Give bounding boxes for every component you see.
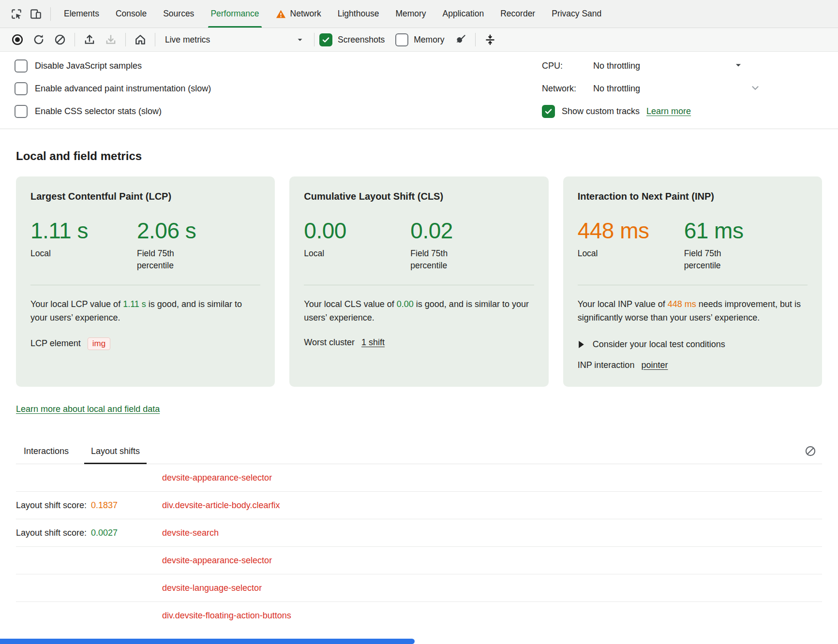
cls-description: Your local CLS value of 0.00 is good, an… [304, 298, 534, 325]
clear-button[interactable] [50, 30, 70, 49]
node-link[interactable]: devsite-appearance-selector [162, 473, 272, 483]
divider [155, 33, 155, 46]
lcp-element-node-link[interactable]: img [88, 337, 110, 350]
divider [125, 33, 126, 46]
tab-layout-shifts[interactable]: Layout shifts [91, 446, 140, 464]
lcp-description: Your local LCP value of 1.11 s is good, … [30, 298, 260, 325]
node-link[interactable]: devsite-language-selector [162, 583, 262, 593]
layout-shift-row[interactable]: devsite-appearance-selector [16, 547, 822, 574]
tab-memory[interactable]: Memory [387, 0, 434, 28]
devtools-tabbar: Elements Console Sources Performance Net… [0, 0, 838, 28]
inspect-element-icon[interactable] [7, 4, 26, 24]
tab-console[interactable]: Console [107, 0, 155, 28]
inp-interaction-link[interactable]: pointer [641, 360, 668, 370]
horizontal-scrollbar[interactable] [0, 639, 415, 644]
divider [30, 285, 260, 285]
node-link[interactable]: devsite-appearance-selector [162, 556, 272, 566]
cls-card-title: Cumulative Layout Shift (CLS) [304, 191, 534, 202]
layout-shift-row[interactable]: devsite-appearance-selector [16, 464, 822, 492]
inp-field-label: Field 75th percentile [684, 248, 749, 271]
inp-local-label: Local [578, 248, 643, 260]
memory-checkbox[interactable] [395, 33, 408, 46]
network-throttling-row: Network: No throttling [542, 77, 838, 100]
lcp-card: Largest Contentful Paint (LCP) 1.11 s Lo… [16, 176, 275, 387]
tab-application[interactable]: Application [434, 0, 493, 28]
tab-network[interactable]: Network [268, 0, 329, 28]
cls-desc-value: 0.00 [397, 299, 414, 309]
layout-shift-row[interactable]: Layout shift score: 0.1837 div.devsite-a… [16, 492, 822, 519]
inp-description: Your local INP value of 448 ms needs imp… [578, 298, 808, 325]
capture-settings-pane: Disable JavaScript samples Enable advanc… [0, 52, 838, 129]
tab-label: Layout shifts [91, 446, 140, 456]
advanced-paint-checkbox[interactable] [15, 82, 28, 95]
collect-garbage-icon[interactable] [451, 30, 470, 49]
custom-tracks-learn-more-link[interactable]: Learn more [646, 106, 691, 117]
disable-js-samples-checkbox[interactable] [15, 59, 28, 73]
divider [578, 285, 808, 285]
chevron-down-icon[interactable] [733, 60, 743, 72]
tab-label: Sources [163, 9, 194, 19]
performance-toolbar: Live metrics Screenshots Memory [0, 28, 838, 52]
cpu-label: CPU: [542, 61, 593, 71]
css-selector-stats-checkbox[interactable] [15, 105, 28, 118]
worst-cluster-link[interactable]: 1 shift [361, 337, 385, 348]
reload-record-button[interactable] [29, 30, 48, 49]
tab-elements[interactable]: Elements [56, 0, 107, 28]
screenshots-checkbox[interactable] [319, 33, 332, 46]
tab-recorder[interactable]: Recorder [492, 0, 543, 28]
capture-settings-right: CPU: No throttling Network: No throttlin… [542, 55, 838, 123]
local-field-learn-more-link[interactable]: Learn more about local and field data [16, 404, 160, 414]
local-test-conditions-disclosure[interactable]: Consider your local test conditions [578, 339, 808, 350]
divider [304, 285, 534, 285]
tab-lighthouse[interactable]: Lighthouse [329, 0, 388, 28]
cls-field-value: 0.02 [410, 218, 517, 244]
tab-label: Memory [395, 9, 426, 19]
tab-performance[interactable]: Performance [202, 0, 267, 28]
css-selector-stats-label: Enable CSS selector stats (slow) [35, 106, 162, 117]
divider [50, 7, 51, 21]
tab-label: Console [116, 9, 147, 19]
screenshots-checkbox-row[interactable]: Screenshots [319, 33, 385, 46]
layout-shift-row[interactable]: div.devsite-floating-action-buttons [16, 602, 822, 629]
clear-log-icon[interactable] [801, 441, 820, 461]
chevron-down-icon[interactable] [750, 82, 761, 95]
record-button[interactable] [8, 30, 27, 49]
cls-card: Cumulative Layout Shift (CLS) 0.00 Local… [289, 176, 548, 387]
metric-cards: Largest Contentful Paint (LCP) 1.11 s Lo… [16, 176, 822, 387]
network-throttling-select[interactable]: No throttling [593, 84, 640, 94]
tab-sources[interactable]: Sources [155, 0, 202, 28]
inp-interaction-label: INP interaction [578, 360, 635, 370]
tab-label: Lighthouse [338, 9, 379, 19]
score-label: Layout shift score: [16, 528, 87, 538]
node-link[interactable]: div.devsite-article-body.clearfix [162, 500, 280, 511]
memory-checkbox-row[interactable]: Memory [395, 33, 444, 46]
device-toolbar-icon[interactable] [26, 4, 45, 24]
cpu-throttling-row: CPU: No throttling [542, 55, 838, 77]
log-tabs: Interactions Layout shifts [16, 441, 822, 464]
score-col: Layout shift score: 0.1837 [16, 500, 162, 511]
layout-shift-row[interactable]: Layout shift score: 0.0027 devsite-searc… [16, 519, 822, 547]
layout-shift-row[interactable]: devsite-language-selector [16, 574, 822, 602]
show-custom-tracks-checkbox[interactable] [542, 105, 555, 118]
capture-settings-toggle-icon[interactable] [480, 30, 500, 49]
live-metrics-dropdown[interactable]: Live metrics [160, 31, 309, 48]
load-profile-icon[interactable] [80, 30, 99, 49]
tab-label: Recorder [500, 9, 535, 19]
cpu-throttling-select[interactable]: No throttling [593, 61, 640, 71]
lcp-local-value: 1.11 s [30, 218, 137, 244]
home-icon[interactable] [131, 30, 150, 49]
save-profile-icon[interactable] [101, 30, 120, 49]
node-link[interactable]: devsite-search [162, 528, 219, 538]
node-link[interactable]: div.devsite-floating-action-buttons [162, 611, 291, 621]
advanced-paint-label: Enable advanced paint instrumentation (s… [35, 84, 211, 94]
lcp-field-label: Field 75th percentile [137, 248, 202, 271]
tab-interactions[interactable]: Interactions [24, 446, 69, 464]
tab-privacy-sandbox[interactable]: Privacy Sand [543, 0, 610, 28]
disable-js-samples-label: Disable JavaScript samples [35, 61, 142, 71]
chevron-down-icon [296, 35, 304, 44]
lcp-element-label: LCP element [30, 338, 81, 349]
inp-card-title: Interaction to Next Paint (INP) [578, 191, 808, 202]
divider [75, 33, 75, 46]
live-metrics-log: Interactions Layout shifts devsite-appea… [16, 441, 822, 629]
tab-label: Elements [64, 9, 99, 19]
